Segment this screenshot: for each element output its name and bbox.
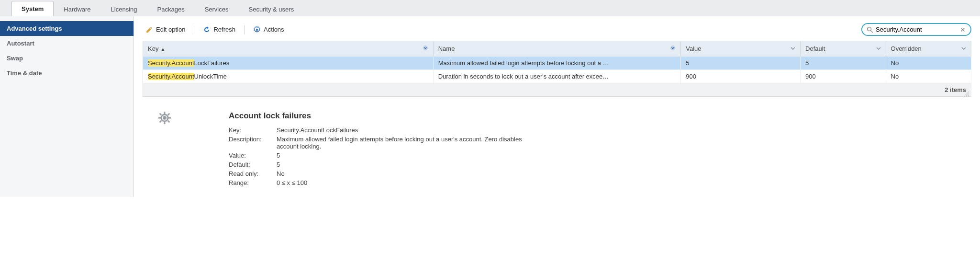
top-tabs: System Hardware Licensing Packages Servi… <box>0 0 980 16</box>
details-key-value: Security.AccountLockFailures <box>277 126 358 134</box>
toolbar: Edit option Refresh Actions <box>134 20 980 41</box>
settings-gear-icon <box>158 111 171 125</box>
col-overridden-label: Overridden <box>891 45 922 52</box>
details-description-value: Maximum allowed failed login attempts be… <box>277 136 525 150</box>
cell-overridden: No <box>886 57 971 70</box>
sort-asc-icon: ▲ <box>158 46 165 52</box>
cell-name: Duration in seconds to lock out a user's… <box>433 70 681 83</box>
row-count-label: 2 items <box>945 86 966 93</box>
edit-option-label: Edit option <box>156 26 185 33</box>
pencil-icon <box>145 26 153 34</box>
search-input[interactable] <box>874 25 959 34</box>
col-name-label: Name <box>438 45 455 52</box>
details-readonly-value: No <box>277 170 285 177</box>
col-default-label: Default <box>805 45 825 52</box>
col-key-label: Key <box>148 45 158 52</box>
svg-point-1 <box>868 27 871 31</box>
svg-rect-8 <box>158 117 161 119</box>
details-value-label: Value: <box>229 152 277 159</box>
actions-button[interactable]: Actions <box>250 25 287 34</box>
search-icon <box>866 26 874 34</box>
tab-system[interactable]: System <box>11 1 54 16</box>
svg-rect-9 <box>168 117 171 119</box>
chevron-down-icon[interactable] <box>961 45 966 52</box>
svg-rect-6 <box>164 112 166 114</box>
sidebar-item-autostart[interactable]: Autostart <box>0 36 134 51</box>
content-area: Edit option Refresh Actions <box>134 16 980 197</box>
tab-licensing[interactable]: Licensing <box>101 1 147 16</box>
gear-icon <box>253 26 261 34</box>
details-default-label: Default: <box>229 161 277 168</box>
cell-value: 900 <box>681 70 801 83</box>
cell-key: Security.AccountLockFailures <box>143 57 434 70</box>
col-value[interactable]: Value <box>681 41 801 57</box>
toolbar-separator <box>244 25 245 34</box>
edit-option-button[interactable]: Edit option <box>143 25 188 34</box>
svg-rect-12 <box>159 120 162 123</box>
cell-default: 900 <box>801 70 886 83</box>
svg-point-3 <box>423 46 428 50</box>
col-overridden[interactable]: Overridden <box>886 41 971 57</box>
tab-hardware[interactable]: Hardware <box>54 1 100 16</box>
details-default-value: 5 <box>277 161 280 168</box>
cell-overridden: No <box>886 70 971 83</box>
cell-key: Security.AccountUnlockTime <box>143 70 434 83</box>
svg-rect-7 <box>164 122 166 124</box>
actions-label: Actions <box>264 26 284 33</box>
table-header-row: Key▲ Name <box>143 41 971 57</box>
table-row[interactable]: Security.AccountLockFailures Maximum all… <box>143 57 971 70</box>
tab-services[interactable]: Services <box>195 1 239 16</box>
tab-security-users[interactable]: Security & users <box>239 1 304 16</box>
cell-name: Maximum allowed failed login attempts be… <box>433 57 681 70</box>
sidebar: Advanced settings Autostart Swap Time & … <box>0 16 134 197</box>
svg-point-0 <box>256 28 258 30</box>
refresh-button[interactable]: Refresh <box>200 25 238 34</box>
col-key[interactable]: Key▲ <box>143 41 434 57</box>
chevron-down-icon[interactable] <box>876 45 881 52</box>
sidebar-item-swap[interactable]: Swap <box>0 51 134 66</box>
refresh-icon <box>203 26 211 34</box>
sidebar-item-advanced-settings[interactable]: Advanced settings <box>0 21 134 36</box>
svg-line-2 <box>871 31 873 33</box>
resize-grip-icon[interactable] <box>964 91 969 95</box>
svg-rect-10 <box>159 113 162 116</box>
refresh-label: Refresh <box>213 26 235 33</box>
close-icon: ✕ <box>960 26 966 34</box>
col-value-label: Value <box>686 45 701 52</box>
details-panel: Account lock failures Key:Security.Accou… <box>134 97 980 197</box>
svg-rect-13 <box>167 120 170 123</box>
column-menu-icon[interactable] <box>423 45 428 52</box>
cell-value: 5 <box>681 57 801 70</box>
col-name[interactable]: Name <box>433 41 681 57</box>
table-footer: 2 items <box>143 83 971 97</box>
toolbar-separator <box>194 25 194 34</box>
details-key-label: Key: <box>229 126 277 134</box>
table-row[interactable]: Security.AccountUnlockTime Duration in s… <box>143 70 971 83</box>
details-title: Account lock failures <box>229 111 525 121</box>
details-readonly-label: Read only: <box>229 170 277 177</box>
search-box[interactable]: ✕ <box>861 23 971 36</box>
tab-packages[interactable]: Packages <box>147 1 195 16</box>
details-range-label: Range: <box>229 179 277 186</box>
col-default[interactable]: Default <box>801 41 886 57</box>
svg-rect-11 <box>167 113 170 116</box>
svg-point-5 <box>163 116 167 120</box>
details-description-label: Description: <box>229 136 277 150</box>
clear-search-button[interactable]: ✕ <box>959 26 967 34</box>
column-menu-icon[interactable] <box>670 45 676 52</box>
cell-default: 5 <box>801 57 886 70</box>
details-range-value: 0 ≤ x ≤ 100 <box>277 179 307 186</box>
svg-point-4 <box>670 46 675 50</box>
sidebar-item-time-date[interactable]: Time & date <box>0 66 134 80</box>
details-value-value: 5 <box>277 152 280 159</box>
settings-table: Key▲ Name <box>143 41 971 97</box>
chevron-down-icon[interactable] <box>791 45 795 52</box>
